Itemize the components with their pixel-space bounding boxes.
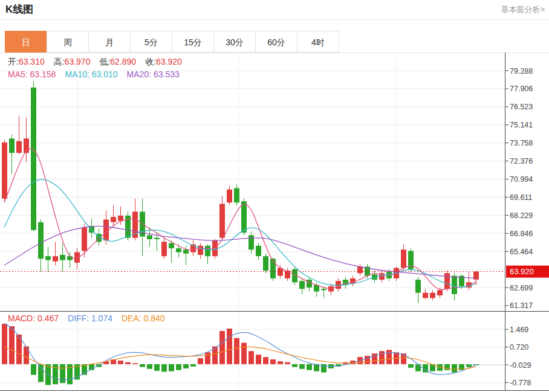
svg-text:1.469: 1.469 xyxy=(510,326,528,334)
tab-60分[interactable]: 60分 xyxy=(255,31,297,53)
fundamental-analysis-link[interactable]: 基本面分析> xyxy=(501,4,545,15)
svg-text:76.523: 76.523 xyxy=(510,103,533,111)
svg-text:66.846: 66.846 xyxy=(510,230,533,238)
svg-text:70.994: 70.994 xyxy=(510,175,533,184)
tab-月[interactable]: 月 xyxy=(88,31,131,53)
interval-tabs: 日周月5分15分30分60分4时 xyxy=(5,31,549,53)
tab-15分[interactable]: 15分 xyxy=(172,31,214,53)
svg-text:77.906: 77.906 xyxy=(510,85,533,93)
svg-text:-0.778: -0.778 xyxy=(510,379,531,387)
kline-chart: 79.28877.90676.52375.14173.75872.37670.9… xyxy=(0,53,549,391)
svg-text:68.229: 68.229 xyxy=(510,211,533,220)
svg-text:63.920: 63.920 xyxy=(510,267,534,276)
page-title: K线图 xyxy=(0,0,549,19)
chart-canvas[interactable]: 79.28877.90676.52375.14173.75872.37670.9… xyxy=(0,53,549,391)
svg-text:-0.029: -0.029 xyxy=(510,361,531,370)
tab-日[interactable]: 日 xyxy=(5,31,47,53)
svg-text:75.141: 75.141 xyxy=(510,121,533,129)
svg-text:0.720: 0.720 xyxy=(510,343,528,352)
svg-text:73.758: 73.758 xyxy=(510,139,533,147)
svg-text:62.699: 62.699 xyxy=(510,284,533,292)
tab-4时[interactable]: 4时 xyxy=(297,31,339,53)
tab-周[interactable]: 周 xyxy=(47,31,89,53)
svg-text:61.317: 61.317 xyxy=(510,301,533,310)
tab-5分[interactable]: 5分 xyxy=(130,31,172,53)
svg-text:69.611: 69.611 xyxy=(510,193,532,202)
svg-text:79.288: 79.288 xyxy=(510,67,533,76)
svg-text:65.464: 65.464 xyxy=(510,248,533,256)
svg-text:72.376: 72.376 xyxy=(510,157,533,165)
tab-30分[interactable]: 30分 xyxy=(213,31,256,53)
header-bar: K线图 基本面分析> xyxy=(0,0,549,20)
